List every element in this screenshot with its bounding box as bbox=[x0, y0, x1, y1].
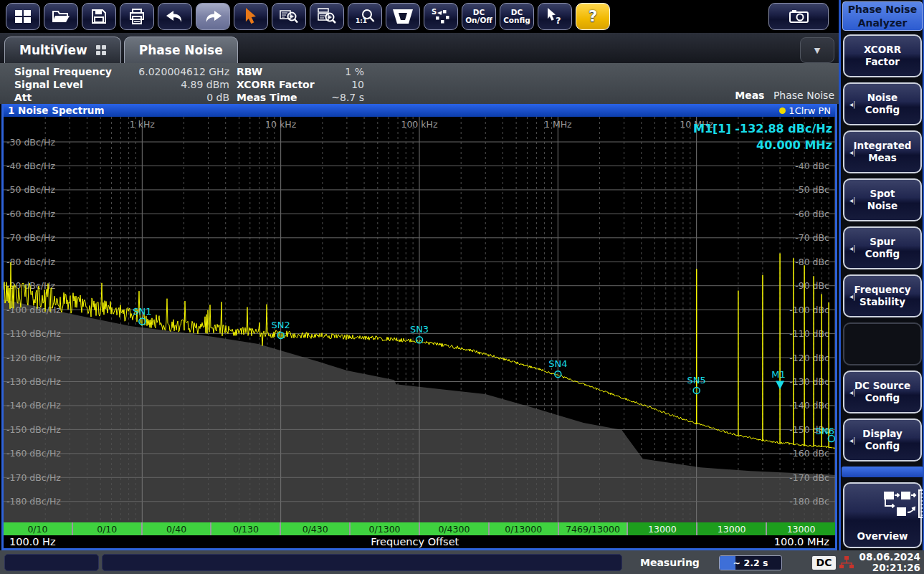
sweep-segment-bar: 0/100/100/400/1300/4300/13000/43000/1300… bbox=[4, 522, 835, 535]
meas-mode-value: Phase Noise bbox=[773, 90, 834, 101]
select-cursor-icon[interactable] bbox=[234, 3, 268, 30]
zoom-area-icon[interactable] bbox=[272, 3, 306, 30]
spot-marker-label: SN5 bbox=[687, 375, 706, 386]
softkey-spot-noise[interactable]: ◂|SpotNoise bbox=[843, 178, 922, 221]
sweep-segment: 0/4300 bbox=[420, 522, 490, 535]
y-tick-left: -80 dBc/Hz bbox=[6, 257, 55, 267]
app-mode-button[interactable]: Phase Noise Analyzer bbox=[842, 1, 923, 31]
instrument-screen: 1:1SDCOn/OffDCConfig?? MultiView Phase N… bbox=[0, 0, 924, 574]
settings-column-1: Signal Frequency6.020004612 GHzSignal Le… bbox=[14, 65, 229, 104]
x-axis-title: Frequency Offset bbox=[371, 536, 459, 547]
tab-multiview[interactable]: MultiView bbox=[4, 37, 121, 63]
dc-onoff-button[interactable]: DCOn/Off bbox=[462, 3, 496, 30]
x-axis-row: 100.0 Hz Frequency Offset 100.0 MHz bbox=[4, 535, 835, 548]
spot-marker-sn5[interactable] bbox=[693, 387, 700, 393]
softkey-spur-config[interactable]: ◂|SpurConfig bbox=[843, 226, 922, 269]
setting-signal-frequency[interactable]: Signal Frequency6.020004612 GHz bbox=[14, 65, 229, 78]
svg-text:1:1: 1:1 bbox=[356, 17, 367, 24]
meas-mode: Meas Phase Noise bbox=[735, 89, 834, 102]
marker-readout-value: M1[1] -132.88 dBc/Hz bbox=[693, 122, 832, 135]
setting-meas-time[interactable]: Meas Time~8.7 s bbox=[237, 91, 364, 104]
trace-color-dot bbox=[779, 107, 786, 114]
windows-icon[interactable] bbox=[6, 3, 40, 30]
softkey-integrated-meas[interactable]: ◂|IntegratedMeas bbox=[843, 130, 922, 173]
dc-status-badge: DC bbox=[812, 556, 836, 570]
spot-marker-sn2[interactable] bbox=[277, 332, 284, 338]
softkey-empty bbox=[843, 322, 922, 365]
x-tick-label: 1 MHz bbox=[544, 119, 572, 130]
zoom-multi-icon[interactable] bbox=[310, 3, 344, 30]
context-help-icon[interactable]: ? bbox=[538, 3, 572, 30]
print-icon[interactable] bbox=[120, 3, 154, 30]
x-tick-label: 100 kHz bbox=[401, 119, 437, 130]
tab-phase-noise[interactable]: Phase Noise bbox=[124, 37, 238, 63]
y-tick-left: -180 dBc/Hz bbox=[6, 496, 61, 507]
spot-marker-label: SN4 bbox=[548, 358, 567, 369]
setting-xcorr-factor[interactable]: XCORR Factor10 bbox=[237, 78, 364, 91]
y-tick-right: -120 dBc bbox=[789, 353, 829, 363]
y-tick-right: -180 dBc bbox=[789, 496, 829, 507]
softkey-separator bbox=[842, 467, 923, 477]
noise-spectrum-plot[interactable]: -30 dBc/Hz-40 dBc/Hz-40 dBc-50 dBc/Hz-50… bbox=[4, 117, 835, 522]
spot-marker-sn1[interactable] bbox=[139, 318, 146, 325]
y-tick-left: -70 dBc/Hz bbox=[6, 232, 55, 243]
y-tick-left: -110 dBc/Hz bbox=[6, 328, 61, 339]
status-message-slot[interactable] bbox=[102, 554, 622, 571]
x-tick-label: 1 kHz bbox=[130, 119, 156, 130]
softkey-dc-source-config[interactable]: ◂|DC SourceConfig bbox=[843, 370, 922, 413]
marker-m1[interactable] bbox=[776, 381, 784, 390]
window-title: 1 Noise Spectrum bbox=[8, 105, 105, 116]
settings-column-2: RBW1 %XCORR Factor10Meas Time~8.7 s bbox=[237, 65, 364, 104]
status-bar: Measuring ~ 2.2 s DC 08.06.2024 20:21:26 bbox=[0, 550, 924, 574]
redo-icon[interactable] bbox=[196, 3, 230, 30]
zoom-one-to-one-icon[interactable]: 1:1 bbox=[348, 3, 382, 30]
sweep-segment: 0/10 bbox=[4, 522, 73, 535]
window-title-bar[interactable]: 1 Noise Spectrum 1Clrw PN bbox=[4, 104, 835, 117]
dc-config-button[interactable]: DCConfig bbox=[500, 3, 534, 30]
collapse-arrow-icon: ◂| bbox=[849, 242, 855, 254]
save-icon[interactable] bbox=[82, 3, 116, 30]
open-file-icon[interactable] bbox=[44, 3, 78, 30]
marker-readout-freq: 40.000 MHz bbox=[756, 138, 832, 152]
trace-legend[interactable]: 1Clrw PN bbox=[779, 105, 831, 116]
toolbar: 1:1SDCOn/OffDCConfig?? bbox=[0, 0, 839, 33]
spot-marker-sn4[interactable] bbox=[555, 371, 561, 378]
x-axis-end: 100.0 MHz bbox=[774, 536, 829, 547]
softkey-frequency-stability[interactable]: ◂|FrequencyStability bbox=[843, 274, 922, 317]
setting-rbw[interactable]: RBW1 % bbox=[237, 65, 364, 78]
undo-icon[interactable] bbox=[158, 3, 192, 30]
spot-marker-label: SN6 bbox=[816, 426, 834, 436]
collapse-arrow-icon: ◂| bbox=[849, 386, 855, 398]
y-tick-left: -170 dBc/Hz bbox=[6, 472, 61, 483]
y-tick-right: -40 dBc bbox=[795, 161, 829, 171]
date: 08.06.2024 bbox=[859, 552, 920, 563]
spot-marker-label: SN3 bbox=[410, 324, 429, 335]
fit-screen-icon[interactable] bbox=[386, 3, 420, 30]
setting-signal-level[interactable]: Signal Level4.89 dBm bbox=[14, 78, 229, 91]
time: 20:21:26 bbox=[859, 563, 920, 573]
y-tick-left: -130 dBc/Hz bbox=[6, 376, 61, 387]
help-icon[interactable]: ? bbox=[576, 3, 610, 30]
y-tick-right: -110 dBc bbox=[789, 328, 829, 339]
softkey-noise-config[interactable]: ◂|NoiseConfig bbox=[843, 82, 922, 125]
y-tick-right: -80 dBc bbox=[795, 257, 829, 267]
status-slot-left[interactable] bbox=[4, 554, 99, 571]
setting-att[interactable]: Att0 dB bbox=[14, 91, 229, 104]
y-tick-right: -60 dBc bbox=[795, 209, 829, 219]
softkey-xcorr-factor[interactable]: XCORRFactor bbox=[843, 34, 922, 77]
screenshot-icon[interactable] bbox=[768, 3, 829, 30]
x-axis-start: 100.0 Hz bbox=[9, 536, 56, 547]
measurement-settings-bar: Signal Frequency6.020004612 GHzSignal Le… bbox=[0, 63, 839, 104]
spot-marker-sn3[interactable] bbox=[416, 337, 423, 343]
y-tick-left: -160 dBc/Hz bbox=[6, 448, 61, 459]
softkey-display-config[interactable]: ◂|DisplayConfig bbox=[843, 418, 922, 461]
sweep-segment: 0/430 bbox=[281, 522, 351, 535]
tab-list-dropdown-button[interactable]: ▼ bbox=[800, 37, 834, 63]
y-tick-right: -100 dBc bbox=[789, 305, 829, 315]
sweep-segment: 0/10 bbox=[73, 522, 143, 535]
tab-phase-noise-label: Phase Noise bbox=[139, 43, 223, 57]
sweep-segment: 0/1300 bbox=[351, 522, 420, 535]
softkey-overview[interactable]: Overview bbox=[843, 482, 922, 548]
single-sweep-icon[interactable]: S bbox=[424, 3, 458, 30]
collapse-arrow-icon: ◂| bbox=[849, 98, 855, 110]
